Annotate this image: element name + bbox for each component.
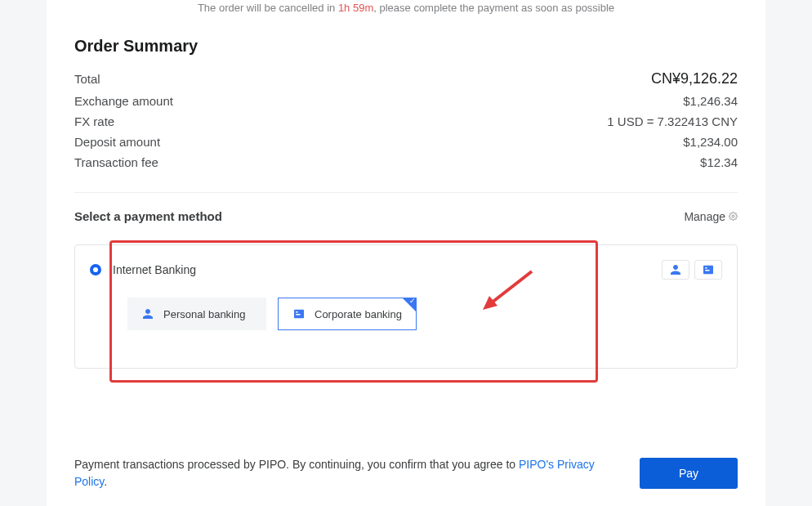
countdown-time: 1h 59m — [338, 2, 373, 14]
person-icon — [141, 307, 155, 321]
svg-point-0 — [732, 215, 734, 217]
payment-method-card[interactable]: Internet Banking Personal banking Corpor… — [74, 244, 738, 369]
order-summary-title: Order Summary — [74, 37, 738, 56]
summary-label: Deposit amount — [74, 135, 160, 149]
transaction-disclosure: Payment transactions processed by PIPO. … — [74, 456, 597, 491]
summary-label: Exchange amount — [74, 94, 173, 108]
summary-value: 1 USD = 7.322413 CNY — [607, 114, 738, 128]
personal-banking-option[interactable]: Personal banking — [127, 298, 266, 330]
divider — [74, 192, 738, 193]
summary-row: Transaction fee $12.34 — [74, 155, 738, 169]
radio-selected[interactable] — [90, 264, 101, 275]
summary-value: CN¥9,126.22 — [651, 70, 738, 87]
corporate-icon — [292, 307, 306, 321]
summary-row: Deposit amount $1,234.00 — [74, 135, 738, 149]
summary-label: Total — [74, 72, 100, 86]
svg-rect-6 — [296, 314, 300, 316]
pay-button[interactable]: Pay — [640, 458, 738, 489]
payment-method-badges — [662, 260, 722, 280]
svg-rect-2 — [705, 267, 707, 269]
summary-value: $12.34 — [700, 155, 738, 169]
corporate-banking-label: Corporate banking — [315, 308, 402, 320]
summary-row: FX rate 1 USD = 7.322413 CNY — [74, 114, 738, 128]
personal-bank-badge-icon — [662, 260, 689, 280]
corporate-bank-badge-icon — [694, 260, 722, 280]
summary-value: $1,246.34 — [683, 94, 738, 108]
cancellation-warning: The order will be cancelled in 1h 59m, p… — [74, 0, 738, 37]
summary-row-total: Total CN¥9,126.22 — [74, 70, 738, 87]
summary-row: Exchange amount $1,246.34 — [74, 94, 738, 108]
summary-value: $1,234.00 — [683, 135, 738, 149]
summary-label: Transaction fee — [74, 155, 158, 169]
gear-icon — [729, 212, 738, 221]
svg-rect-5 — [296, 311, 297, 313]
payment-method-name: Internet Banking — [113, 263, 196, 276]
summary-label: FX rate — [74, 114, 114, 128]
corporate-banking-option[interactable]: Corporate banking — [278, 298, 417, 330]
manage-link[interactable]: Manage — [684, 210, 738, 223]
payment-method-title: Select a payment method — [74, 209, 222, 223]
personal-banking-label: Personal banking — [163, 308, 245, 320]
selected-check-icon — [402, 298, 417, 312]
svg-rect-3 — [705, 270, 709, 271]
